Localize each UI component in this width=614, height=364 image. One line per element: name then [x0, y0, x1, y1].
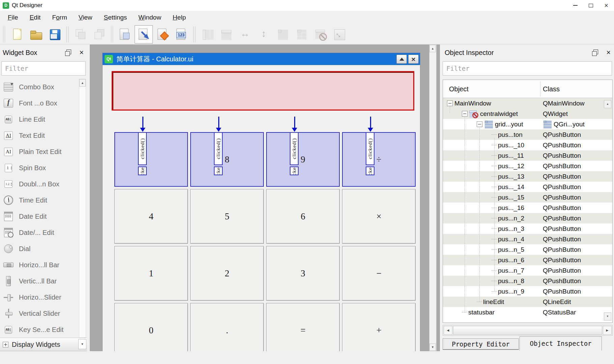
- signal-label-box[interactable]: clicked(): [366, 132, 374, 165]
- scroll-right-icon[interactable]: ▶: [603, 326, 612, 335]
- tab-order-button[interactable]: [172, 25, 191, 43]
- menu-item[interactable]: Help: [167, 11, 192, 24]
- signal-label-box[interactable]: clicked(): [290, 132, 299, 165]
- tree-row[interactable]: pus...n_4 QPushButton: [443, 234, 612, 244]
- break-layout-button[interactable]: [311, 25, 330, 43]
- open-form-button[interactable]: [27, 25, 45, 43]
- scroll-up-icon[interactable]: ▲: [429, 45, 436, 52]
- signal-label-box[interactable]: clicked(): [214, 132, 223, 165]
- collapse-minus-icon[interactable]: [447, 100, 453, 106]
- widget-box-item[interactable]: Date Edit: [0, 208, 87, 224]
- calculator-button[interactable]: clicked() clicked() +: [342, 303, 416, 351]
- tree-row[interactable]: pus..._14 QPushButton: [443, 182, 612, 192]
- calculator-button[interactable]: clicked() clicked() 7: [114, 132, 188, 187]
- widget-box-item[interactable]: Line Edit: [0, 111, 87, 127]
- form-close-button[interactable]: ×: [408, 55, 419, 64]
- menu-item[interactable]: Edit: [24, 11, 47, 24]
- form-restore-button[interactable]: [396, 55, 407, 64]
- close-button[interactable]: ×: [598, 0, 614, 11]
- close-panel-icon[interactable]: ×: [606, 50, 611, 56]
- widget-box-item[interactable]: Plain Text Edit: [0, 144, 87, 160]
- signal-label-box[interactable]: clicked(): [138, 132, 147, 165]
- raise-widget-button[interactable]: [71, 25, 89, 43]
- expand-plus-icon[interactable]: [3, 342, 8, 347]
- category-display-widgets[interactable]: Display Widgets: [0, 338, 87, 351]
- signal-label-handle[interactable]: clicked(): [366, 166, 374, 175]
- calculator-button[interactable]: clicked() clicked() 0: [114, 303, 188, 351]
- collapse-minus-icon[interactable]: [462, 111, 468, 117]
- form-window-titlebar[interactable]: Qt 简单计算器 - Calculator.ui ×: [103, 53, 420, 65]
- widget-box-item[interactable]: Time Edit: [0, 192, 87, 208]
- adjust-size-button[interactable]: [330, 25, 348, 43]
- menu-item[interactable]: View: [73, 11, 98, 24]
- close-panel-icon[interactable]: ×: [79, 50, 84, 56]
- float-panel-icon[interactable]: [65, 50, 71, 56]
- column-divider[interactable]: [540, 81, 540, 97]
- calculator-button[interactable]: clicked() clicked() 8: [190, 132, 264, 187]
- tree-row[interactable]: pus...n_7 QPushButton: [443, 265, 612, 276]
- widget-filter-input[interactable]: [1, 61, 86, 75]
- scroll-down-icon[interactable]: ▼: [604, 312, 611, 321]
- lower-widget-button[interactable]: [90, 25, 108, 43]
- calculator-button[interactable]: clicked() clicked() 6: [266, 189, 340, 244]
- mdi-vertical-scrollbar[interactable]: ▲ ▼: [429, 44, 437, 351]
- dock-tab[interactable]: Property Editor: [443, 338, 519, 350]
- widget-box-item[interactable]: Key Se...e Edit: [0, 322, 87, 338]
- column-object[interactable]: Object: [449, 80, 469, 98]
- tree-row[interactable]: MainWindow QMainWindow: [443, 98, 612, 109]
- widget-box-item[interactable]: Dial: [0, 241, 87, 257]
- layout-form-button[interactable]: [292, 25, 311, 43]
- scroll-down-icon[interactable]: ▼: [429, 343, 436, 351]
- menu-item[interactable]: File: [2, 11, 24, 24]
- calculator-button[interactable]: clicked() clicked() =: [266, 303, 340, 351]
- scrollbar-thumb[interactable]: [453, 326, 602, 335]
- scroll-up-icon[interactable]: ▲: [79, 79, 86, 87]
- edit-buddies-button[interactable]: [154, 25, 172, 43]
- calculator-button[interactable]: clicked() clicked() ×: [342, 189, 416, 244]
- tree-row[interactable]: grid...yout QGri...yout: [443, 119, 612, 129]
- calculator-button[interactable]: clicked() clicked() 3: [266, 246, 340, 301]
- widget-list-scrollbar[interactable]: ▲: [79, 79, 86, 338]
- calculator-button[interactable]: clicked() clicked() .: [190, 303, 264, 351]
- menu-item[interactable]: Form: [46, 11, 73, 24]
- calculator-button[interactable]: clicked() clicked() 1: [114, 246, 188, 301]
- tree-row[interactable]: pus...n_2 QPushButton: [443, 213, 612, 223]
- tree-row[interactable]: pus..._15 QPushButton: [443, 192, 612, 203]
- signal-label-handle[interactable]: clicked(): [138, 166, 147, 175]
- layout-vertical-button[interactable]: [198, 25, 216, 43]
- widget-box-item[interactable]: Doubl...n Box: [0, 176, 87, 192]
- tree-row[interactable]: pus..._16 QPushButton: [443, 203, 612, 213]
- tree-row[interactable]: pus...n_5 QPushButton: [443, 244, 612, 255]
- signal-label-handle[interactable]: clicked(): [290, 166, 299, 175]
- calculator-button[interactable]: clicked() clicked() 4: [114, 189, 188, 244]
- widget-box-item[interactable]: Combo Box: [0, 79, 87, 95]
- layout-horizontal-button[interactable]: [217, 25, 235, 43]
- tree-row[interactable]: pus..._11 QPushButton: [443, 150, 612, 161]
- widget-box-item[interactable]: Vertical Slider: [0, 305, 87, 322]
- tree-row[interactable]: pus...ton QPushButton: [443, 129, 612, 140]
- minimize-button[interactable]: [567, 0, 583, 11]
- layout-split-horizontal-button[interactable]: [236, 25, 254, 43]
- widget-box-item[interactable]: Date/... Edit: [0, 224, 87, 241]
- tree-row[interactable]: pus...n_6 QPushButton: [443, 255, 612, 265]
- float-panel-icon[interactable]: [592, 50, 598, 56]
- menu-item[interactable]: Window: [133, 11, 167, 24]
- tree-row[interactable]: centralwidget QWidget: [443, 109, 612, 119]
- widget-box-item[interactable]: Spin Box: [0, 160, 87, 176]
- scroll-down-button[interactable]: ▼: [78, 339, 86, 349]
- tree-row[interactable]: pus...n_3 QPushButton: [443, 223, 612, 234]
- calculator-button[interactable]: clicked() clicked() −: [342, 246, 416, 301]
- layout-grid-button[interactable]: [274, 25, 292, 43]
- layout-split-vertical-button[interactable]: [255, 25, 273, 43]
- edit-widgets-button[interactable]: [116, 25, 134, 43]
- new-form-button[interactable]: [8, 25, 26, 43]
- tree-horizontal-scrollbar[interactable]: ◀ ▶: [443, 325, 613, 336]
- widget-box-item[interactable]: Vertic...ll Bar: [0, 273, 87, 289]
- edit-signals-slots-button[interactable]: [135, 25, 153, 43]
- tree-row[interactable]: statusbar QStatusBar: [443, 307, 612, 317]
- tree-row[interactable]: pus..._12 QPushButton: [443, 161, 612, 171]
- widget-box-item[interactable]: Text Edit: [0, 127, 87, 144]
- calculator-button[interactable]: clicked() clicked() 2: [190, 246, 264, 301]
- widget-box-item[interactable]: Horizo...ll Bar: [0, 257, 87, 273]
- calculator-button[interactable]: clicked() clicked() ÷: [342, 132, 416, 187]
